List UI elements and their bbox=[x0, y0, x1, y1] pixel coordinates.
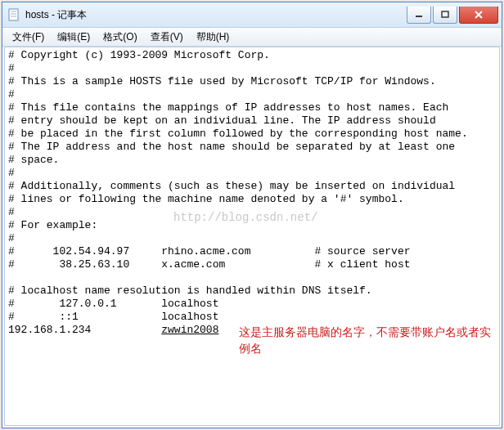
notepad-icon bbox=[7, 8, 20, 21]
title-bar[interactable]: hosts - 记事本 bbox=[2, 2, 502, 28]
window-buttons bbox=[405, 7, 498, 23]
menu-help[interactable]: 帮助(H) bbox=[190, 29, 236, 46]
text-editor[interactable]: # Copyright (c) 1993-2009 Microsoft Corp… bbox=[4, 47, 500, 426]
window: hosts - 记事本 文件(F) 编辑(E) 格式(O) 查看(V) 帮助(H… bbox=[2, 2, 502, 428]
menu-bar: 文件(F) 编辑(E) 格式(O) 查看(V) 帮助(H) bbox=[2, 28, 502, 47]
svg-rect-5 bbox=[442, 11, 448, 17]
menu-view[interactable]: 查看(V) bbox=[144, 29, 190, 46]
menu-format[interactable]: 格式(O) bbox=[97, 29, 143, 46]
file-content: # Copyright (c) 1993-2009 Microsoft Corp… bbox=[8, 49, 468, 336]
minimize-button[interactable] bbox=[407, 7, 431, 24]
menu-edit[interactable]: 编辑(E) bbox=[51, 29, 97, 46]
close-button[interactable] bbox=[459, 7, 498, 24]
maximize-button[interactable] bbox=[433, 7, 457, 24]
annotation-text: 这是主服务器电脑的名字，不需要带账户名或者实例名 bbox=[239, 324, 493, 356]
menu-file[interactable]: 文件(F) bbox=[6, 29, 51, 46]
window-title: hosts - 记事本 bbox=[25, 8, 405, 22]
underlined-hostname: zwwin2008 bbox=[161, 324, 218, 336]
svg-rect-0 bbox=[9, 9, 18, 20]
watermark-text: http://blog.csdn.net/ bbox=[173, 211, 317, 224]
